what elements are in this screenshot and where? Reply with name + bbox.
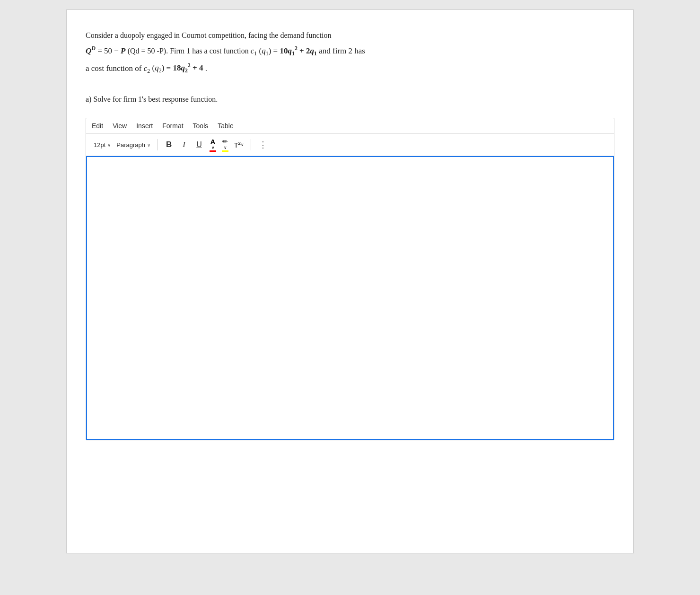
highlight-icon: ✏ [222, 138, 228, 145]
cost-function-of: a cost function of [86, 63, 144, 72]
font-size-chevron: ∨ [107, 142, 111, 148]
c2-value: 18q22 + 4 [173, 63, 203, 72]
c2-equals: = [166, 63, 173, 72]
underline-button[interactable]: U [192, 138, 206, 151]
c1-value: 10q12 + 2q1 [280, 46, 317, 55]
bold-label: B [166, 140, 172, 149]
menu-edit[interactable]: Edit [92, 122, 103, 130]
toolbar-separator-2 [251, 139, 251, 150]
superscript-button[interactable]: T2 ∨ [232, 140, 246, 150]
page-container: Consider a duopoly engaged in Cournot co… [66, 9, 634, 553]
more-options-icon: ⋮ [259, 140, 267, 149]
c2-sub: 2 [147, 68, 150, 74]
paragraph-label: Paragraph [116, 141, 145, 149]
font-color-bar [210, 150, 216, 152]
intro-text: Consider a duopoly engaged in Cournot co… [86, 31, 331, 39]
font-color-button[interactable]: A ∨ [208, 137, 218, 153]
menu-insert[interactable]: Insert [136, 122, 153, 130]
c1-sub: 1 [254, 50, 257, 57]
demand-eq: = 50 − [97, 46, 121, 55]
menu-table[interactable]: Table [218, 122, 233, 130]
demand-q: QD [86, 46, 96, 55]
bold-button[interactable]: B [162, 138, 175, 151]
italic-button[interactable]: I [177, 138, 191, 151]
editor-wrapper: Edit View Insert Format Tools Table 12pt… [86, 118, 614, 440]
demand-p: P [121, 46, 125, 55]
editor-toolbar: 12pt ∨ Paragraph ∨ B I U A ∨ [86, 134, 614, 156]
editor-menubar: Edit View Insert Format Tools Table [86, 118, 614, 134]
paragraph-chevron: ∨ [147, 142, 150, 148]
more-options-button[interactable]: ⋮ [256, 139, 270, 151]
highlight-button[interactable]: ✏ ∨ [220, 137, 230, 153]
c2-period: . [205, 63, 207, 72]
toolbar-separator-1 [157, 139, 158, 150]
font-size-select[interactable]: 12pt ∨ [92, 140, 113, 149]
superscript-label: T2 [234, 140, 241, 149]
c1-arg: (q1) [259, 46, 273, 55]
menu-tools[interactable]: Tools [193, 122, 209, 130]
sub-part-a: a) Solve for firm 1's best response func… [86, 95, 614, 104]
editor-content-area[interactable] [86, 156, 614, 440]
font-size-label: 12pt [94, 141, 105, 149]
c1-equals: = [273, 46, 280, 55]
italic-label: I [183, 140, 185, 149]
menu-format[interactable]: Format [162, 122, 183, 130]
font-color-letter: A [210, 138, 216, 145]
c2-arg: (q2) [152, 63, 166, 72]
highlight-bar [222, 150, 228, 152]
demand-plain: (Qd = 50 -P). Firm 1 has a cost function [128, 47, 251, 55]
superscript-chevron: ∨ [241, 142, 244, 147]
underline-label: U [196, 140, 202, 149]
menu-view[interactable]: View [113, 122, 127, 130]
question-text: Consider a duopoly engaged in Cournot co… [86, 29, 614, 76]
paragraph-select[interactable]: Paragraph ∨ [114, 140, 152, 149]
font-color-chevron: ∨ [211, 145, 215, 150]
highlight-chevron: ∨ [224, 145, 227, 150]
firm2-text: and firm 2 has [319, 46, 365, 55]
